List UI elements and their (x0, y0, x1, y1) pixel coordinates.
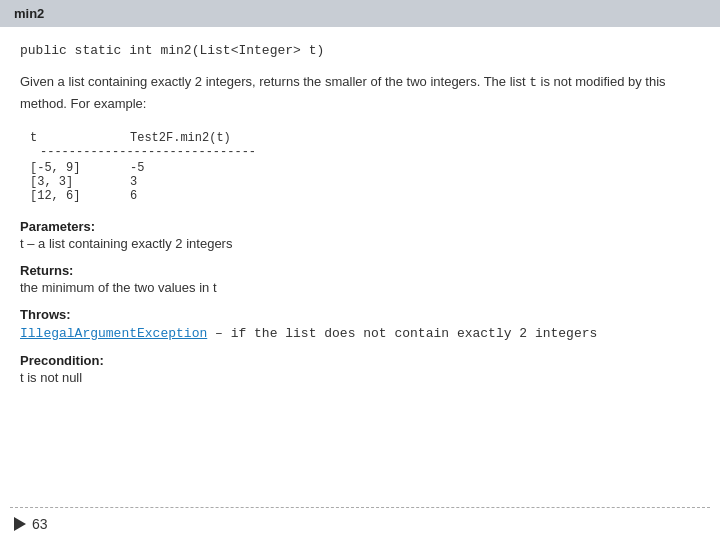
example-header-col2: Test2F.min2(t) (130, 131, 210, 145)
method-signature: public static int min2(List<Integer> t) (20, 43, 700, 58)
precondition-label: Precondition: (20, 353, 700, 368)
example-header-row: t Test2F.min2(t) (30, 131, 700, 145)
content-area: public static int min2(List<Integer> t) … (0, 27, 720, 413)
example-row2-col1: [3, 3] (30, 175, 130, 189)
throws-label: Throws: (20, 307, 700, 322)
example-table: t Test2F.min2(t) -----------------------… (20, 131, 700, 203)
header-title: min2 (14, 6, 44, 21)
header-bar: min2 (0, 0, 720, 27)
footer: 63 (0, 508, 720, 540)
returns-section: Returns: the minimum of the two values i… (20, 263, 700, 295)
description-text: Given a list containing exactly 2 intege… (20, 72, 700, 115)
example-row3-col2: 6 (130, 189, 210, 203)
footer-number: 63 (32, 516, 48, 532)
play-icon[interactable] (14, 517, 26, 531)
precondition-content: t is not null (20, 370, 700, 385)
throws-content: IllegalArgumentException – if the list d… (20, 324, 700, 341)
main-content: public static int min2(List<Integer> t) … (0, 27, 720, 507)
table-row: [12, 6] 6 (30, 189, 700, 203)
throws-exception-link[interactable]: IllegalArgumentException (20, 326, 207, 341)
params-label: Parameters: (20, 219, 700, 234)
throws-text: – if the list does not contain exactly 2… (207, 326, 597, 341)
params-section: Parameters: t – a list containing exactl… (20, 219, 700, 251)
example-row1-col2: -5 (130, 161, 210, 175)
precondition-section: Precondition: t is not null (20, 353, 700, 385)
returns-label: Returns: (20, 263, 700, 278)
bottom-section: 63 (0, 507, 720, 540)
example-row1-col1: [-5, 9] (30, 161, 130, 175)
example-row3-col1: [12, 6] (30, 189, 130, 203)
table-row: [-5, 9] -5 (30, 161, 700, 175)
params-content: t – a list containing exactly 2 integers (20, 236, 700, 251)
example-header-col1: t (30, 131, 130, 145)
table-row: [3, 3] 3 (30, 175, 700, 189)
example-divider: ------------------------------ (30, 145, 700, 159)
throws-section: Throws: IllegalArgumentException – if th… (20, 307, 700, 341)
code-t: t (529, 75, 537, 90)
returns-content: the minimum of the two values in t (20, 280, 700, 295)
example-row2-col2: 3 (130, 175, 210, 189)
page-wrapper: min2 public static int min2(List<Integer… (0, 0, 720, 540)
